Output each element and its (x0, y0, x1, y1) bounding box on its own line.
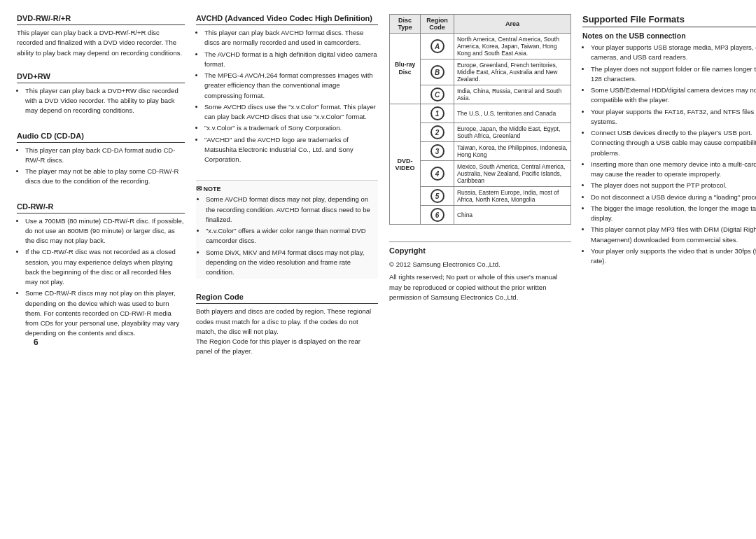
table-row: Blu-rayDisc A North America, Central Ame… (390, 34, 571, 59)
avchd-list: This player can play back AVCHD format d… (196, 28, 378, 164)
list-item: Connect USB devices directly to the play… (591, 128, 756, 158)
list-item: "x.v.Color" offers a wider color range t… (206, 226, 378, 246)
cd-rw-list: Use a 700MB (80 minute) CD-RW/-R disc. I… (17, 216, 185, 339)
dvd-plus-rw-list: This player can play back a DVD+RW disc … (17, 86, 185, 116)
region-code-1: 1 (421, 104, 454, 123)
area-b: Europe, Greenland, French territories, M… (454, 59, 570, 85)
audio-cd-list: This player can play back CD-DA format a… (17, 146, 185, 187)
region-code-content: Both players and discs are coded by regi… (196, 307, 378, 356)
main-layout: DVD-RW/-R/+R This player can play back a… (17, 14, 739, 361)
copyright-title: Copyright (389, 246, 571, 257)
table-header-region-code: Region Code (421, 15, 454, 34)
list-item: Inserting more than one memory device in… (591, 160, 756, 180)
area-1: The U.S., U.S. territories and Canada (454, 104, 570, 123)
area-4: Mexico, South America, Central America, … (454, 161, 570, 187)
area-5: Russia, Eastern Europe, India, most of A… (454, 187, 570, 206)
dvd-rw-content: This player can play back a DVD-RW/-R/+R… (17, 28, 185, 58)
area-6: China (454, 206, 570, 225)
list-item: Some AVCHD discs use the "x.v.Color" for… (204, 102, 378, 122)
note-list: Some AVCHD format discs may not play, de… (196, 195, 378, 277)
section-note: ✉ NOTE Some AVCHD format discs may not p… (196, 180, 378, 279)
list-item: This player can play back CD-DA format a… (25, 146, 185, 166)
disc-type-dvd: DVD-VIDEO (390, 104, 421, 225)
usb-connection-title: Notes on the USB connection (582, 31, 756, 40)
list-item: If the CD-RW/-R disc was not recorded as… (25, 247, 185, 287)
list-item: Some USB/External HDD/digital camera dev… (591, 85, 756, 106)
cd-rw-title: CD-RW/-R (17, 202, 185, 214)
region-code-4: 4 (421, 161, 454, 187)
dvd-rw-title: DVD-RW/-R/+R (17, 14, 185, 25)
table-header-disc-type: Disc Type (390, 15, 421, 34)
section-audio-cd: Audio CD (CD-DA) This player can play ba… (17, 132, 185, 188)
copyright-section: Copyright © 2012 Samsung Electronics Co.… (389, 241, 571, 302)
supported-formats-section: Supported File Formats Notes on the USB … (582, 14, 756, 267)
list-item: This player cannot play MP3 files with D… (591, 225, 756, 245)
list-item: Your player only supports the video that… (591, 246, 756, 267)
table-row: DVD-VIDEO 1 The U.S., U.S. territories a… (390, 104, 571, 123)
audio-cd-title: Audio CD (CD-DA) (17, 132, 185, 143)
region-code-table: Disc Type Region Code Area Blu-rayDisc A… (389, 14, 571, 225)
region-code-3: 3 (421, 142, 454, 161)
region-code-6: 6 (421, 206, 454, 225)
list-item: The AVCHD format is a high definition di… (204, 50, 378, 70)
avchd-title: AVCHD (Advanced Video Codec High Definit… (196, 14, 378, 25)
list-item: The player does not support the PTP prot… (591, 181, 756, 190)
region-code-2: 2 (421, 123, 454, 142)
area-c: India, China, Russia, Central and South … (454, 85, 570, 104)
disc-type-bluray: Blu-rayDisc (390, 34, 421, 104)
area-3: Taiwan, Korea, the Philippines, Indonesi… (454, 142, 570, 161)
section-dvd-rw: DVD-RW/-R/+R This player can play back a… (17, 14, 185, 58)
page-number: 6 (34, 337, 38, 347)
list-item: This player can play back AVCHD format d… (204, 28, 378, 48)
column-1: DVD-RW/-R/+R This player can play back a… (17, 14, 185, 361)
note-icon: ✉ (196, 185, 202, 192)
list-item: Your player supports the FAT16, FAT32, a… (591, 107, 756, 127)
region-code-a: A (421, 34, 454, 59)
section-dvd-plus-rw: DVD+RW This player can play back a DVD+R… (17, 72, 185, 118)
area-a: North America, Central America, South Am… (454, 34, 570, 59)
list-item: "x.v.Color" is a trademark of Sony Corpo… (204, 123, 378, 133)
region-code-title: Region Code (196, 293, 378, 304)
list-item: Do not disconnect a USB device during a … (591, 192, 756, 202)
list-item: Some DivX, MKV and MP4 format discs may … (206, 248, 378, 278)
section-cd-rw: CD-RW/-R Use a 700MB (80 minute) CD-RW/-… (17, 202, 185, 340)
dvd-plus-rw-title: DVD+RW (17, 72, 185, 83)
area-2: Europe, Japan, the Middle East, Egypt, S… (454, 123, 570, 142)
region-code-5: 5 (421, 187, 454, 206)
list-item: The player does not support folder or fi… (591, 64, 756, 85)
list-item: The MPEG-4 AVC/H.264 format compresses i… (204, 71, 378, 101)
list-item: The player may not be able to play some … (25, 167, 185, 187)
list-item: "AVCHD" and the AVCHD logo are trademark… (204, 135, 378, 165)
supported-formats-title: Supported File Formats (582, 14, 756, 27)
note-title: ✉ NOTE (196, 185, 378, 192)
table-header-area: Area (454, 15, 570, 34)
column-3: Disc Type Region Code Area Blu-rayDisc A… (389, 14, 571, 361)
usb-connection-list: Your player supports USB storage media, … (582, 43, 756, 266)
list-item: This player can play back a DVD+RW disc … (25, 86, 185, 116)
section-region-code: Region Code Both players and discs are c… (196, 293, 378, 356)
region-code-c: C (421, 85, 454, 104)
list-item: Some CD-RW/-R discs may not play on this… (25, 288, 185, 338)
copyright-line-1: © 2012 Samsung Electronics Co.,Ltd. (389, 260, 571, 270)
column-2: AVCHD (Advanced Video Codec High Definit… (196, 14, 378, 361)
section-avchd: AVCHD (Advanced Video Codec High Definit… (196, 14, 378, 166)
list-item: Your player supports USB storage media, … (591, 43, 756, 63)
copyright-line-2: All rights reserved; No part or whole of… (389, 272, 571, 302)
list-item: Some AVCHD format discs may not play, de… (206, 195, 378, 225)
column-4: Supported File Formats Notes on the USB … (582, 14, 756, 361)
list-item: The bigger the image resolution, the lon… (591, 204, 756, 224)
list-item: Use a 700MB (80 minute) CD-RW/-R disc. I… (25, 216, 185, 246)
region-code-b: B (421, 59, 454, 85)
